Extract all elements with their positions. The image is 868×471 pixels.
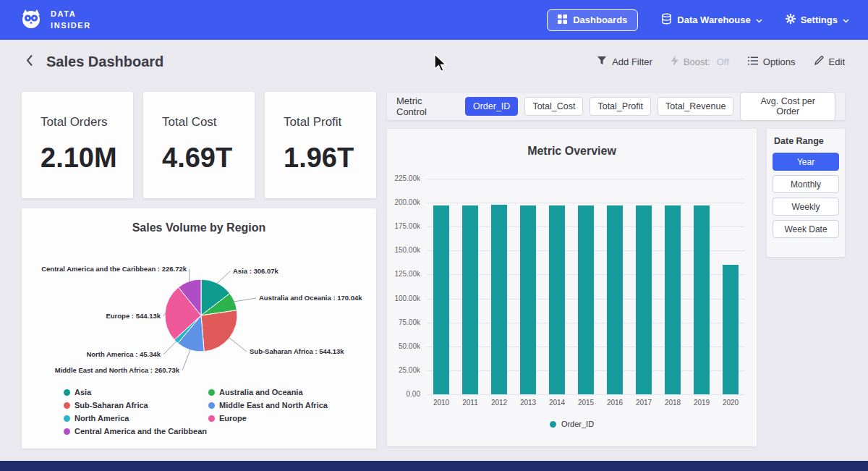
pie-legend-label: North America bbox=[75, 414, 129, 423]
metric-button-total-profit[interactable]: Total_Profit bbox=[590, 97, 651, 116]
metric-button-avg-cost-per-order[interactable]: Avg. Cost per Order bbox=[740, 92, 835, 121]
pie-legend-label: Central America and the Caribbean bbox=[75, 427, 207, 436]
legend-dot bbox=[208, 415, 215, 422]
x-axis-tick-label: 2012 bbox=[485, 399, 514, 407]
date-button-weekly[interactable]: Weekly bbox=[773, 198, 839, 216]
boost-bolt-icon bbox=[671, 56, 678, 68]
bar-legend-dot bbox=[550, 421, 556, 428]
boost-label: Boost: bbox=[684, 56, 710, 67]
x-axis-tick-label: 2020 bbox=[716, 399, 745, 407]
sales-volume-card: Sales Volume by Region Asia : 306.07kAus… bbox=[22, 208, 376, 449]
settings-menu[interactable]: Settings bbox=[786, 14, 849, 26]
bar-mark bbox=[607, 205, 623, 394]
date-button-monthly[interactable]: Monthly bbox=[773, 175, 839, 193]
bar-mark bbox=[549, 205, 565, 394]
pie-label-line bbox=[234, 298, 256, 302]
x-axis-tick-label: 2015 bbox=[571, 399, 600, 407]
y-axis-tick-label: 25.00k bbox=[387, 366, 420, 374]
x-axis-tick-label: 2019 bbox=[687, 399, 716, 407]
pie-label: Europe : 544.13k bbox=[106, 312, 161, 320]
pie-legend-item[interactable]: North America bbox=[64, 414, 208, 423]
legend-dot bbox=[64, 428, 70, 435]
pie-legend-item[interactable]: Middle East and North Africa bbox=[208, 401, 353, 410]
pie-legend-item[interactable]: Australia and Oceania bbox=[208, 388, 353, 396]
pie-label: Australia and Oceania : 170.04k bbox=[259, 294, 362, 302]
date-button-week-date[interactable]: Week Date bbox=[773, 220, 839, 238]
dashboards-button[interactable]: Dashboards bbox=[547, 9, 638, 31]
kpi-value: 1.96T bbox=[284, 143, 376, 174]
data-warehouse-menu[interactable]: Data Warehouse bbox=[661, 13, 762, 27]
pie-chart-svg: Asia : 306.07kAustralia and Oceania : 17… bbox=[22, 240, 376, 385]
kpi-label: Total Profit bbox=[284, 115, 376, 130]
pie-legend-col-2: Australia and OceaniaMiddle East and Nor… bbox=[208, 388, 353, 440]
bar-mark bbox=[433, 205, 449, 394]
bar-legend[interactable]: Order_ID bbox=[387, 420, 757, 428]
pie-legend-item[interactable]: Asia bbox=[64, 388, 208, 396]
pie-label-line bbox=[163, 341, 176, 355]
add-filter-button[interactable]: Add Filter bbox=[597, 56, 652, 67]
navbar-menu: Dashboards Data Warehouse Settings bbox=[547, 9, 849, 31]
kpi-value: 4.69T bbox=[162, 143, 255, 174]
data-warehouse-label: Data Warehouse bbox=[677, 14, 750, 25]
kpi-label: Total Orders bbox=[41, 115, 133, 130]
metric-button-order-id[interactable]: Order_ID bbox=[465, 97, 518, 116]
legend-dot bbox=[208, 402, 215, 409]
pie-legend-item[interactable]: Central America and the Caribbean bbox=[64, 427, 208, 436]
y-axis-tick-label: 200.00k bbox=[387, 198, 420, 206]
pie-legend-label: Middle East and North Africa bbox=[219, 401, 328, 410]
y-axis-tick-label: 75.00k bbox=[387, 318, 420, 326]
metric-control-label: Metric Control bbox=[396, 96, 454, 117]
pie-label: Central America and the Caribbean : 226.… bbox=[41, 265, 187, 273]
filter-funnel-icon bbox=[597, 56, 607, 67]
pie-legend: AsiaSub-Saharan AfricaNorth AmericaCentr… bbox=[64, 388, 353, 440]
bar-mark bbox=[578, 205, 594, 394]
bar-mark bbox=[665, 205, 681, 394]
y-axis-tick-label: 125.00k bbox=[387, 270, 420, 278]
x-axis-tick-label: 2011 bbox=[456, 399, 485, 407]
dashboards-grid-icon bbox=[558, 14, 567, 26]
page-title: Sales Dashboard bbox=[46, 54, 163, 70]
bar-legend-label: Order_ID bbox=[561, 420, 594, 428]
screen: DATA INSIDER Dashboards Data Warehouse bbox=[0, 0, 868, 471]
kpi-card-total-profit: Total Profit 1.96T bbox=[265, 92, 376, 198]
pie-label-line bbox=[217, 271, 230, 284]
owl-logo-icon bbox=[19, 8, 43, 33]
pie-legend-item[interactable]: Sub-Saharan Africa bbox=[64, 401, 208, 410]
pie-label: Sub-Saharan Africa : 544.13k bbox=[250, 347, 344, 355]
page-header: Sales Dashboard Add Filter Boost: Off Op… bbox=[0, 40, 868, 83]
pie-label: Middle East and North Africa : 260.73k bbox=[55, 366, 180, 374]
x-axis-tick-label: 2018 bbox=[658, 399, 687, 407]
y-axis-tick-label: 150.00k bbox=[387, 246, 420, 254]
bar-chart: 0.0025.00k50.00k75.00k100.00k125.00k150.… bbox=[387, 129, 757, 446]
x-axis-tick-label: 2014 bbox=[542, 399, 571, 407]
y-axis-tick-label: 50.00k bbox=[387, 342, 420, 350]
pie-legend-col-1: AsiaSub-Saharan AfricaNorth AmericaCentr… bbox=[64, 388, 208, 440]
kpi-value: 2.10M bbox=[41, 143, 133, 174]
date-button-year[interactable]: Year bbox=[773, 153, 839, 171]
brand-line2: INSIDER bbox=[51, 20, 91, 31]
metric-button-total-revenue[interactable]: Total_Revenue bbox=[658, 97, 733, 116]
boost-value: Off bbox=[717, 56, 729, 67]
footer-bar bbox=[0, 461, 868, 471]
bar-mark bbox=[491, 205, 507, 394]
brand[interactable]: DATA INSIDER bbox=[19, 8, 91, 33]
options-button[interactable]: Options bbox=[748, 56, 796, 67]
back-button[interactable] bbox=[23, 51, 36, 72]
database-icon bbox=[661, 13, 672, 27]
pie-legend-label: Australia and Oceania bbox=[219, 388, 303, 396]
top-navbar: DATA INSIDER Dashboards Data Warehouse bbox=[0, 0, 868, 40]
boost-toggle[interactable]: Boost: Off bbox=[671, 56, 729, 68]
pie-legend-label: Asia bbox=[75, 388, 91, 396]
metric-button-total-cost[interactable]: Total_Cost bbox=[524, 97, 583, 116]
legend-dot bbox=[208, 389, 215, 396]
pie-label-line bbox=[182, 349, 190, 370]
pie-legend-label: Europe bbox=[219, 414, 247, 423]
options-label: Options bbox=[763, 56, 796, 67]
pie-label: North America : 45.34k bbox=[86, 350, 161, 358]
options-list-icon bbox=[748, 56, 758, 67]
kpi-card-total-orders: Total Orders 2.10M bbox=[22, 92, 133, 198]
pie-legend-item[interactable]: Europe bbox=[208, 414, 353, 423]
add-filter-label: Add Filter bbox=[612, 56, 652, 67]
edit-button[interactable]: Edit bbox=[814, 56, 845, 67]
pie-label-line bbox=[229, 338, 247, 352]
